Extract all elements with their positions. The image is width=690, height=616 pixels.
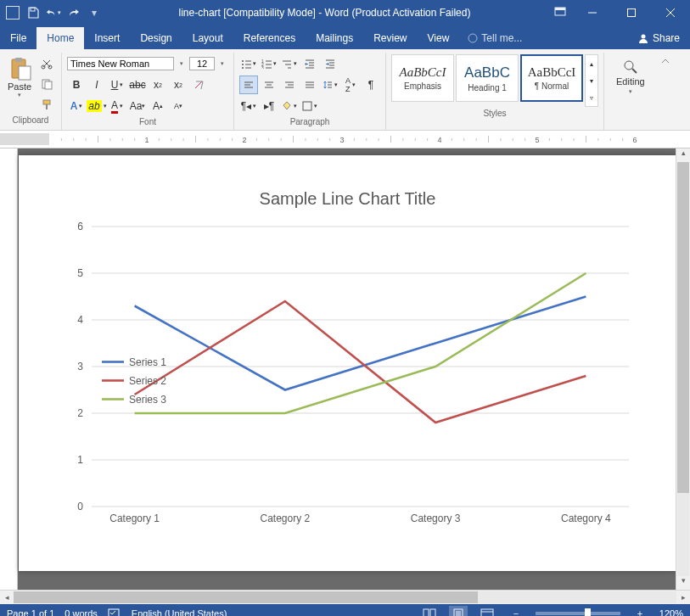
collapse-ribbon-button[interactable] bbox=[657, 53, 674, 130]
scrollbar-horizontal[interactable]: ◂ ▸ bbox=[0, 590, 690, 604]
font-size-input[interactable] bbox=[189, 57, 215, 70]
ruler-horizontal[interactable]: 123456 bbox=[0, 131, 690, 148]
copy-button[interactable] bbox=[37, 75, 56, 93]
align-left-button[interactable] bbox=[239, 76, 258, 94]
multilevel-button[interactable] bbox=[280, 54, 299, 73]
paste-button[interactable]: Paste ▾ bbox=[5, 54, 34, 100]
styles-up[interactable]: ▴ bbox=[586, 55, 597, 72]
tab-home[interactable]: Home bbox=[36, 27, 84, 49]
group-editing: Editing ▾ bbox=[604, 53, 657, 130]
qat-customize-icon[interactable]: ▾ bbox=[87, 5, 102, 20]
status-spellcheck-icon[interactable] bbox=[108, 608, 121, 616]
subscript-button[interactable]: x2 bbox=[149, 76, 167, 94]
svg-text:4: 4 bbox=[77, 314, 83, 326]
minimize-button[interactable] bbox=[573, 0, 612, 25]
save-icon[interactable] bbox=[25, 5, 41, 20]
sort-button[interactable]: AZ bbox=[341, 76, 360, 94]
italic-button[interactable]: I bbox=[87, 76, 106, 94]
align-right-button[interactable] bbox=[280, 76, 299, 94]
outdent-button[interactable] bbox=[300, 54, 319, 73]
svg-text:2: 2 bbox=[242, 136, 246, 144]
align-center-button[interactable] bbox=[260, 76, 278, 94]
svg-point-59 bbox=[625, 61, 633, 70]
grow-font-button[interactable]: A▴ bbox=[149, 97, 167, 115]
tab-file[interactable]: File bbox=[0, 27, 36, 49]
maximize-button[interactable] bbox=[612, 0, 651, 25]
format-painter-button[interactable] bbox=[37, 95, 56, 114]
tab-references[interactable]: References bbox=[233, 27, 306, 49]
tell-me-label: Tell me... bbox=[481, 32, 522, 44]
status-words[interactable]: 0 words bbox=[65, 608, 98, 616]
editing-label[interactable]: Editing bbox=[616, 76, 645, 87]
superscript-button[interactable]: x2 bbox=[169, 76, 188, 94]
font-name-drop[interactable]: ▾ bbox=[176, 54, 188, 73]
justify-button[interactable] bbox=[300, 76, 319, 94]
chart[interactable]: Sample Line Chart Title 0123456Category … bbox=[49, 189, 646, 546]
underline-button[interactable]: U bbox=[108, 76, 126, 94]
zoom-out-button[interactable]: − bbox=[507, 606, 525, 616]
indent-button[interactable] bbox=[321, 54, 339, 73]
tab-review[interactable]: Review bbox=[363, 27, 417, 49]
svg-point-10 bbox=[641, 35, 645, 39]
tab-insert[interactable]: Insert bbox=[84, 27, 130, 49]
svg-text:1: 1 bbox=[77, 454, 83, 466]
tell-me[interactable]: Tell me... bbox=[459, 27, 530, 49]
ribbon-options-icon[interactable] bbox=[553, 5, 568, 20]
scroll-thumb-v[interactable] bbox=[677, 162, 689, 493]
zoom-slider[interactable] bbox=[536, 612, 620, 615]
window-title: line-chart [Compatibility Mode] - Word (… bbox=[102, 7, 547, 19]
ltr-button[interactable]: ¶◂ bbox=[239, 97, 258, 115]
rtl-button[interactable]: ▸¶ bbox=[260, 97, 278, 115]
tab-design[interactable]: Design bbox=[130, 27, 182, 49]
text-effects-button[interactable]: A bbox=[67, 97, 86, 115]
borders-button[interactable] bbox=[300, 97, 319, 115]
style-name: ¶ Normal bbox=[535, 81, 569, 91]
scroll-thumb-h[interactable] bbox=[14, 591, 478, 603]
bold-button[interactable]: B bbox=[67, 76, 86, 94]
scrollbar-vertical[interactable]: ▴ ▾ bbox=[676, 148, 690, 590]
status-language[interactable]: English (United States) bbox=[132, 608, 227, 616]
view-web-icon[interactable] bbox=[478, 606, 496, 616]
style-emphasis[interactable]: AaBbCcI Emphasis bbox=[391, 54, 454, 102]
document-page[interactable]: Sample Line Chart Title 0123456Category … bbox=[19, 155, 676, 571]
font-size-drop[interactable]: ▾ bbox=[216, 54, 228, 73]
tab-layout[interactable]: Layout bbox=[182, 27, 233, 49]
view-read-icon[interactable] bbox=[420, 606, 439, 616]
show-marks-button[interactable]: ¶ bbox=[362, 76, 380, 94]
change-case-button[interactable]: Aa▾ bbox=[128, 97, 147, 115]
style-preview: AaBbCcI bbox=[400, 65, 446, 80]
group-styles: AaBbCcI Emphasis AaBbC Heading 1 AaBbCcI… bbox=[386, 53, 604, 130]
line-spacing-button[interactable] bbox=[321, 76, 339, 94]
view-print-icon[interactable] bbox=[449, 606, 468, 616]
tab-mailings[interactable]: Mailings bbox=[306, 27, 363, 49]
style-heading1[interactable]: AaBbC Heading 1 bbox=[456, 54, 519, 102]
share-button[interactable]: Share bbox=[627, 27, 690, 49]
menubar: File Home Insert Design Layout Reference… bbox=[0, 25, 690, 49]
svg-text:Category 3: Category 3 bbox=[411, 512, 461, 524]
numbering-button[interactable]: 123 bbox=[260, 54, 278, 73]
redo-icon[interactable] bbox=[66, 5, 81, 20]
styles-more[interactable]: ▿ bbox=[586, 89, 597, 106]
close-button[interactable] bbox=[651, 0, 690, 25]
clipboard-label: Clipboard bbox=[13, 114, 49, 126]
style-normal[interactable]: AaBbCcI ¶ Normal bbox=[520, 54, 583, 102]
styles-down[interactable]: ▾ bbox=[586, 72, 597, 89]
zoom-level[interactable]: 120% bbox=[659, 608, 683, 616]
font-name-input[interactable] bbox=[67, 57, 174, 70]
shrink-font-button[interactable]: A▾ bbox=[169, 97, 188, 115]
undo-icon[interactable] bbox=[46, 5, 61, 20]
highlight-button[interactable]: ab bbox=[87, 97, 106, 115]
svg-text:4: 4 bbox=[437, 136, 441, 144]
zoom-in-button[interactable]: + bbox=[631, 606, 649, 616]
bullets-button[interactable] bbox=[239, 54, 258, 73]
zoom-thumb[interactable] bbox=[585, 608, 591, 616]
ruler-vertical[interactable] bbox=[0, 148, 18, 590]
cut-button[interactable] bbox=[37, 54, 56, 73]
clear-format-button[interactable] bbox=[189, 76, 208, 94]
style-name: Heading 1 bbox=[468, 83, 507, 92]
shading-button[interactable] bbox=[280, 97, 299, 115]
status-page[interactable]: Page 1 of 1 bbox=[7, 608, 54, 616]
strike-button[interactable]: abc bbox=[128, 76, 147, 94]
font-color-button[interactable]: A bbox=[108, 97, 126, 115]
tab-view[interactable]: View bbox=[418, 27, 460, 49]
